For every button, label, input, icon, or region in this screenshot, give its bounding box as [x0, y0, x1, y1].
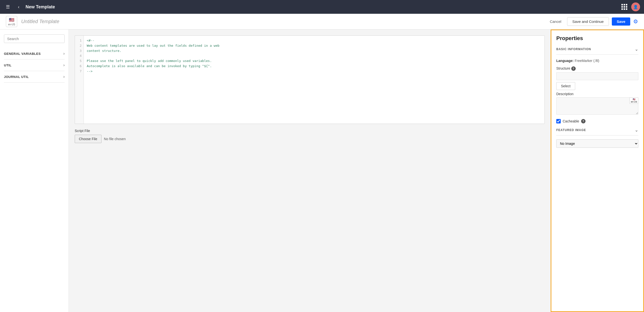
template-title[interactable]: Untitled Template: [21, 19, 543, 24]
chevron-down-icon-featured[interactable]: ⌄: [635, 127, 638, 133]
flag-emoji: 🇺🇸: [9, 17, 14, 23]
description-wrapper: 🇺🇸 en-US: [556, 97, 638, 116]
featured-image-section-header: FEATURED IMAGE ⌄: [556, 127, 638, 135]
cacheable-label: Cacheable: [563, 119, 579, 123]
top-nav-right: 👤: [622, 3, 640, 11]
flag-emoji-sm: 🇺🇸: [633, 98, 636, 101]
description-field: Description 🇺🇸 en-US: [556, 92, 638, 116]
no-file-text: No file chosen: [104, 137, 126, 141]
language-field: Language: FreeMarker (.ftl): [556, 59, 638, 63]
choose-file-button[interactable]: Choose File: [75, 135, 102, 143]
structure-label: Structure ?: [556, 66, 638, 71]
description-label: Description: [556, 92, 638, 96]
description-textarea[interactable]: [556, 97, 638, 115]
settings-icon[interactable]: ⚙: [633, 19, 638, 25]
structure-field: Structure ? Select: [556, 66, 638, 90]
properties-title: Properties: [556, 35, 638, 42]
cacheable-checkbox[interactable]: [556, 119, 561, 123]
code-textarea[interactable]: <#-- Web content templates are used to l…: [84, 36, 544, 124]
locale-label: en-US: [8, 23, 15, 26]
left-sidebar: GENERAL VARIABLES › UTIL › JOURNAL UTIL …: [0, 30, 69, 312]
language-label: Language: FreeMarker (.ftl): [556, 59, 599, 63]
chevron-right-icon: ›: [64, 75, 64, 79]
cacheable-row: Cacheable ?: [556, 119, 638, 123]
main-layout: GENERAL VARIABLES › UTIL › JOURNAL UTIL …: [0, 30, 644, 312]
sidebar-toggle-button[interactable]: ☰: [4, 3, 12, 11]
back-button[interactable]: ‹: [15, 3, 22, 11]
description-locale-flag[interactable]: 🇺🇸 en-US: [630, 97, 638, 104]
featured-image-select[interactable]: No Image: [556, 139, 638, 148]
properties-panel: Properties BASIC INFORMATION ⌄ Language:…: [551, 30, 644, 312]
script-file-row: Choose File No file chosen: [75, 135, 545, 143]
structure-input[interactable]: [556, 72, 638, 80]
header-actions: Cancel Save and Continue Save ⚙: [547, 17, 638, 26]
chevron-down-icon[interactable]: ⌄: [635, 47, 638, 52]
cancel-button[interactable]: Cancel: [547, 18, 564, 26]
apps-grid-icon[interactable]: [622, 4, 627, 10]
script-file-label: Script File: [75, 129, 545, 133]
search-input[interactable]: [4, 35, 64, 43]
sidebar-item-util[interactable]: UTIL ›: [4, 60, 64, 71]
sidebar-item-general-variables[interactable]: GENERAL VARIABLES ›: [4, 48, 64, 60]
chevron-right-icon: ›: [64, 51, 64, 56]
locale-flag[interactable]: 🇺🇸 en-US: [6, 16, 17, 27]
save-and-continue-button[interactable]: Save and Continue: [567, 17, 609, 26]
basic-info-section-header: BASIC INFORMATION ⌄: [556, 47, 638, 55]
save-button[interactable]: Save: [612, 18, 630, 26]
top-nav: ☰ ‹ New Template 👤: [0, 0, 644, 14]
script-file-section: Script File Choose File No file chosen: [75, 129, 545, 143]
structure-help-icon[interactable]: ?: [571, 66, 576, 71]
code-editor[interactable]: 1234567 <#-- Web content templates are u…: [75, 36, 545, 124]
secondary-header: 🇺🇸 en-US Untitled Template Cancel Save a…: [0, 14, 644, 30]
featured-image-label: FEATURED IMAGE: [556, 128, 586, 132]
user-avatar[interactable]: 👤: [631, 3, 640, 11]
chevron-right-icon: ›: [64, 63, 64, 67]
page-title: New Template: [26, 5, 618, 10]
cacheable-help-icon[interactable]: ?: [581, 119, 586, 123]
sidebar-item-journal-util[interactable]: JOURNAL UTIL ›: [4, 71, 64, 83]
basic-info-label: BASIC INFORMATION: [556, 48, 591, 51]
line-numbers: 1234567: [75, 36, 84, 124]
select-button[interactable]: Select: [556, 82, 575, 90]
center-content: 1234567 <#-- Web content templates are u…: [69, 30, 551, 312]
